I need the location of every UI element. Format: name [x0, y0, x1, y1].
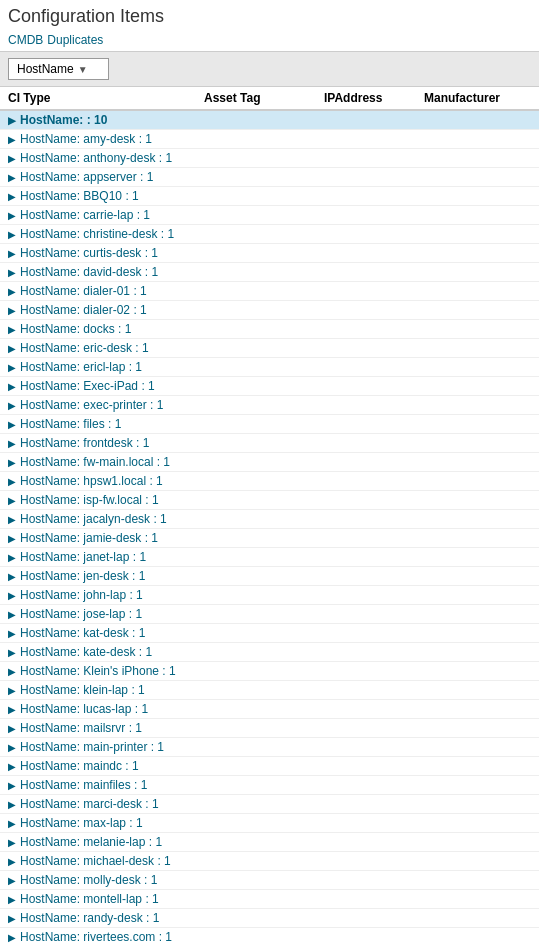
row-expand-icon: ▶ [8, 552, 16, 563]
row-label: HostName: jose-lap : 1 [20, 607, 531, 621]
row-label: HostName: isp-fw.local : 1 [20, 493, 531, 507]
row-expand-icon: ▶ [8, 191, 16, 202]
row-expand-icon: ▶ [8, 419, 16, 430]
row-expand-icon: ▶ [8, 609, 16, 620]
table-row[interactable]: ▶HostName: rivertees.com : 1 [0, 928, 539, 944]
table-row[interactable]: ▶HostName: john-lap : 1 [0, 586, 539, 605]
table-row[interactable]: ▶HostName: melanie-lap : 1 [0, 833, 539, 852]
table-row[interactable]: ▶HostName: montell-lap : 1 [0, 890, 539, 909]
row-label: HostName: ericl-lap : 1 [20, 360, 531, 374]
row-label: HostName: BBQ10 : 1 [20, 189, 531, 203]
table-row[interactable]: ▶HostName: marci-desk : 1 [0, 795, 539, 814]
table-row[interactable]: ▶HostName: klein-lap : 1 [0, 681, 539, 700]
table-row[interactable]: ▶HostName: amy-desk : 1 [0, 130, 539, 149]
table-row[interactable]: ▶HostName: dialer-01 : 1 [0, 282, 539, 301]
table-row[interactable]: ▶HostName: : 10 [0, 111, 539, 130]
table-row[interactable]: ▶HostName: lucas-lap : 1 [0, 700, 539, 719]
table-row[interactable]: ▶HostName: appserver : 1 [0, 168, 539, 187]
row-label: HostName: files : 1 [20, 417, 531, 431]
table-row[interactable]: ▶HostName: Exec-iPad : 1 [0, 377, 539, 396]
table-row[interactable]: ▶HostName: michael-desk : 1 [0, 852, 539, 871]
page-title: Configuration Items [8, 6, 531, 27]
table-row[interactable]: ▶HostName: mailsrvr : 1 [0, 719, 539, 738]
col-header-asset-tag: Asset Tag [204, 91, 324, 105]
row-expand-icon: ▶ [8, 495, 16, 506]
table-row[interactable]: ▶HostName: janet-lap : 1 [0, 548, 539, 567]
row-label: HostName: john-lap : 1 [20, 588, 531, 602]
row-label: HostName: carrie-lap : 1 [20, 208, 531, 222]
table-row[interactable]: ▶HostName: christine-desk : 1 [0, 225, 539, 244]
row-label: HostName: klein-lap : 1 [20, 683, 531, 697]
row-expand-icon: ▶ [8, 685, 16, 696]
row-label: HostName: frontdesk : 1 [20, 436, 531, 450]
row-expand-icon: ▶ [8, 875, 16, 886]
table-row[interactable]: ▶HostName: Klein's iPhone : 1 [0, 662, 539, 681]
rows-container: ▶HostName: : 10▶HostName: amy-desk : 1▶H… [0, 111, 539, 944]
row-expand-icon: ▶ [8, 837, 16, 848]
table-row[interactable]: ▶HostName: kat-desk : 1 [0, 624, 539, 643]
row-label: HostName: dialer-01 : 1 [20, 284, 531, 298]
table-row[interactable]: ▶HostName: BBQ10 : 1 [0, 187, 539, 206]
row-label: HostName: Exec-iPad : 1 [20, 379, 531, 393]
table-row[interactable]: ▶HostName: randy-desk : 1 [0, 909, 539, 928]
row-expand-icon: ▶ [8, 381, 16, 392]
row-expand-icon: ▶ [8, 571, 16, 582]
row-label: HostName: maindc : 1 [20, 759, 531, 773]
row-label: HostName: jacalyn-desk : 1 [20, 512, 531, 526]
table-row[interactable]: ▶HostName: files : 1 [0, 415, 539, 434]
row-label: HostName: montell-lap : 1 [20, 892, 531, 906]
table-row[interactable]: ▶HostName: docks : 1 [0, 320, 539, 339]
table-row[interactable]: ▶HostName: carrie-lap : 1 [0, 206, 539, 225]
row-expand-icon: ▶ [8, 628, 16, 639]
dropdown-arrow-icon: ▼ [78, 64, 88, 75]
row-expand-icon: ▶ [8, 894, 16, 905]
table-row[interactable]: ▶HostName: isp-fw.local : 1 [0, 491, 539, 510]
row-expand-icon: ▶ [8, 704, 16, 715]
row-label: HostName: appserver : 1 [20, 170, 531, 184]
row-label: HostName: docks : 1 [20, 322, 531, 336]
breadcrumb-cmdb[interactable]: CMDB [8, 33, 43, 47]
table-row[interactable]: ▶HostName: jen-desk : 1 [0, 567, 539, 586]
table-row[interactable]: ▶HostName: jamie-desk : 1 [0, 529, 539, 548]
row-expand-icon: ▶ [8, 324, 16, 335]
row-label: HostName: : 10 [20, 113, 531, 127]
table-row[interactable]: ▶HostName: hpsw1.local : 1 [0, 472, 539, 491]
table-row[interactable]: ▶HostName: mainfiles : 1 [0, 776, 539, 795]
table-row[interactable]: ▶HostName: molly-desk : 1 [0, 871, 539, 890]
row-expand-icon: ▶ [8, 438, 16, 449]
row-expand-icon: ▶ [8, 115, 16, 126]
row-label: HostName: lucas-lap : 1 [20, 702, 531, 716]
row-expand-icon: ▶ [8, 761, 16, 772]
row-label: HostName: max-lap : 1 [20, 816, 531, 830]
table-row[interactable]: ▶HostName: kate-desk : 1 [0, 643, 539, 662]
row-label: HostName: kate-desk : 1 [20, 645, 531, 659]
table-row[interactable]: ▶HostName: exec-printer : 1 [0, 396, 539, 415]
table-row[interactable]: ▶HostName: dialer-02 : 1 [0, 301, 539, 320]
row-expand-icon: ▶ [8, 533, 16, 544]
table-row[interactable]: ▶HostName: anthony-desk : 1 [0, 149, 539, 168]
table-row[interactable]: ▶HostName: curtis-desk : 1 [0, 244, 539, 263]
table-row[interactable]: ▶HostName: fw-main.local : 1 [0, 453, 539, 472]
row-expand-icon: ▶ [8, 457, 16, 468]
ci-type-dropdown[interactable]: HostName ▼ [8, 58, 109, 80]
table-row[interactable]: ▶HostName: jacalyn-desk : 1 [0, 510, 539, 529]
row-expand-icon: ▶ [8, 229, 16, 240]
breadcrumb-duplicates[interactable]: Duplicates [47, 33, 103, 47]
table-row[interactable]: ▶HostName: main-printer : 1 [0, 738, 539, 757]
row-label: HostName: dialer-02 : 1 [20, 303, 531, 317]
table-header: CI Type Asset Tag IPAddress Manufacturer [0, 87, 539, 111]
table-row[interactable]: ▶HostName: maindc : 1 [0, 757, 539, 776]
table-row[interactable]: ▶HostName: jose-lap : 1 [0, 605, 539, 624]
table-row[interactable]: ▶HostName: ericl-lap : 1 [0, 358, 539, 377]
table-row[interactable]: ▶HostName: david-desk : 1 [0, 263, 539, 282]
row-label: HostName: mainfiles : 1 [20, 778, 531, 792]
row-expand-icon: ▶ [8, 248, 16, 259]
table-row[interactable]: ▶HostName: eric-desk : 1 [0, 339, 539, 358]
row-expand-icon: ▶ [8, 818, 16, 829]
row-label: HostName: marci-desk : 1 [20, 797, 531, 811]
table-row[interactable]: ▶HostName: max-lap : 1 [0, 814, 539, 833]
row-label: HostName: christine-desk : 1 [20, 227, 531, 241]
table-row[interactable]: ▶HostName: frontdesk : 1 [0, 434, 539, 453]
row-expand-icon: ▶ [8, 476, 16, 487]
row-expand-icon: ▶ [8, 210, 16, 221]
